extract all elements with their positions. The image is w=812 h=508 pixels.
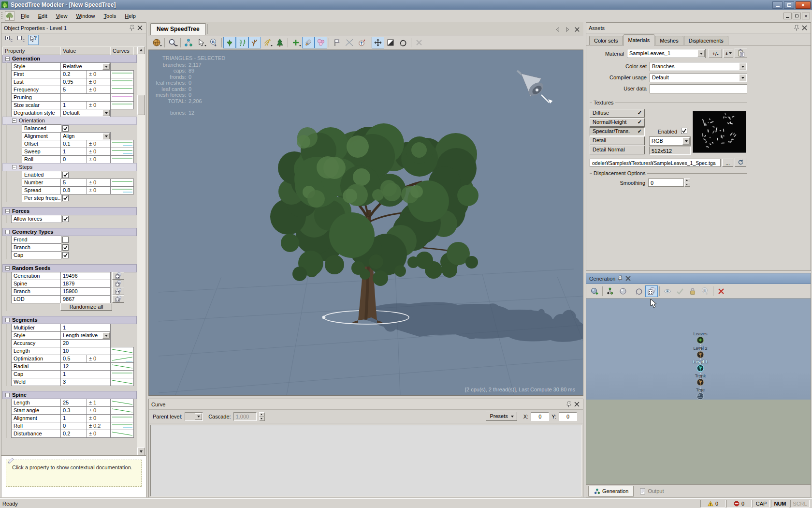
light-button[interactable] xyxy=(302,37,315,48)
value-cell[interactable]: 12 xyxy=(60,362,111,371)
tab-close-icon[interactable] xyxy=(574,26,580,33)
section-header-random-seeds[interactable]: Random Seeds xyxy=(2,264,137,272)
eye-button[interactable] xyxy=(661,285,674,297)
curve-cell[interactable] xyxy=(110,347,134,355)
variance-cell[interactable]: ± 0 xyxy=(87,179,111,187)
viewport-3d[interactable]: TRIANGLES - SELECTED branches:2,117caps:… xyxy=(148,50,583,396)
collapse-box-icon[interactable] xyxy=(5,266,10,270)
curve-cell[interactable] xyxy=(110,406,134,415)
material-select[interactable]: SampleLeaves_1 xyxy=(627,49,706,58)
value-cell[interactable]: 1 xyxy=(60,414,87,422)
value-cell[interactable]: 0.1 xyxy=(60,140,87,148)
paste-button[interactable] xyxy=(735,48,747,58)
branch-button[interactable] xyxy=(248,37,261,48)
variance-cell[interactable]: ± 0 xyxy=(87,155,111,164)
value-cell[interactable]: 0 xyxy=(60,422,87,430)
close-icon[interactable] xyxy=(573,401,580,408)
texture-map-detail-button[interactable]: Detail xyxy=(590,136,645,145)
variance-cell[interactable]: ± 0 xyxy=(87,406,111,415)
curve-cell[interactable] xyxy=(110,101,134,109)
nav-left-icon[interactable] xyxy=(554,26,561,33)
pin-icon[interactable] xyxy=(128,24,135,31)
texture-path-input[interactable]: odeler¥Samples¥Textures¥SampleLeaves_1_S… xyxy=(590,159,721,167)
smoothing-input[interactable]: 0 xyxy=(648,179,684,187)
value-checkbox[interactable] xyxy=(62,237,69,243)
texture-map-specular-trans--button[interactable]: Specular/Trans.✓ xyxy=(590,127,645,136)
user-data-input[interactable] xyxy=(650,84,747,93)
section-header-segments[interactable]: Segments xyxy=(2,316,137,324)
generation-node-view[interactable]: LeavesLevel 2Level 1TrunkTree xyxy=(586,299,811,484)
curve-cell[interactable] xyxy=(110,355,134,363)
magnifier-button[interactable] xyxy=(166,37,179,48)
variance-cell[interactable]: ± 0 xyxy=(87,148,111,156)
value-dropdown[interactable]: Length relative xyxy=(60,331,111,340)
section-header-forces[interactable]: Forces xyxy=(2,207,137,215)
errors-cell[interactable]: 0 xyxy=(726,500,752,508)
cursor-button[interactable] xyxy=(195,37,207,48)
add-material-button[interactable]: + xyxy=(724,49,733,58)
variance-cell[interactable]: ± 1 xyxy=(87,399,111,407)
close-icon[interactable] xyxy=(624,275,632,282)
collapse-box-icon[interactable] xyxy=(5,57,10,61)
curve-cell[interactable] xyxy=(110,140,134,148)
sphere-add-button[interactable] xyxy=(588,285,601,297)
scroll-down-icon[interactable] xyxy=(137,448,145,455)
value-checkbox[interactable] xyxy=(62,244,69,251)
context-help-button[interactable]: ? xyxy=(28,35,39,45)
seed-value[interactable]: 9867 xyxy=(60,295,111,303)
section-header-steps[interactable]: Steps xyxy=(2,163,137,171)
value-cell[interactable]: 10 xyxy=(60,347,111,355)
value-cell[interactable]: 0.2 xyxy=(60,70,87,78)
spheres-button[interactable] xyxy=(315,37,327,48)
chevron-down-icon[interactable] xyxy=(102,63,110,70)
flag-button[interactable] xyxy=(331,37,343,48)
delete-red-button[interactable] xyxy=(715,285,727,297)
texture-map-detail-normal-button[interactable]: Detail Normal xyxy=(590,146,645,154)
value-checkbox[interactable] xyxy=(62,195,69,201)
chevron-down-icon[interactable] xyxy=(682,137,690,145)
randomize-all-button[interactable]: Randomize all xyxy=(60,303,112,311)
mdi-minimize-button[interactable] xyxy=(783,13,792,19)
tab-new-speedtree[interactable]: New SpeedTree xyxy=(150,23,206,35)
seed-value[interactable]: 15900 xyxy=(60,287,111,296)
value-cell[interactable]: 5 xyxy=(60,179,87,187)
texture-map-normal-height-button[interactable]: Normal/Height✓ xyxy=(590,118,645,127)
value-checkbox[interactable] xyxy=(62,125,69,132)
curve-cell[interactable] xyxy=(110,414,134,422)
pin-icon[interactable] xyxy=(616,275,624,282)
curve-cell[interactable] xyxy=(110,399,134,407)
randomize-dice-button[interactable] xyxy=(112,280,124,287)
check-button[interactable] xyxy=(674,285,686,297)
value-cell[interactable]: 0.5 xyxy=(60,355,87,363)
compiler-usage-select[interactable]: Default xyxy=(650,73,747,82)
value-dropdown[interactable]: Align xyxy=(60,132,111,140)
chevron-down-icon[interactable] xyxy=(739,63,746,70)
curve-cell[interactable] xyxy=(110,186,134,194)
seed-value[interactable]: 19496 xyxy=(60,272,111,280)
collapse-box-icon[interactable] xyxy=(12,119,16,123)
assets-tab-displacements[interactable]: Displacements xyxy=(684,36,728,45)
randomize-dice-button[interactable] xyxy=(112,272,124,280)
curve-cell[interactable] xyxy=(110,86,134,94)
curve-cell[interactable] xyxy=(110,70,134,78)
pin-icon[interactable] xyxy=(793,24,800,31)
value-cell[interactable]: 1 xyxy=(60,101,87,109)
assets-tab-materials[interactable]: Materials xyxy=(624,34,655,45)
value-cell[interactable]: 1 xyxy=(60,324,111,332)
variance-cell[interactable]: ± 0 xyxy=(87,140,111,148)
gen-tab-output[interactable]: Output xyxy=(634,486,669,497)
curve-cell[interactable] xyxy=(110,148,134,156)
browse-button[interactable]: ... xyxy=(722,159,733,167)
value-cell[interactable] xyxy=(60,93,111,102)
menu-help[interactable]: Help xyxy=(120,11,140,21)
value-dropdown[interactable]: Relative xyxy=(60,62,111,71)
value-checkbox[interactable] xyxy=(62,252,69,258)
darts-button[interactable] xyxy=(343,37,356,48)
bone-add-button[interactable]: B xyxy=(699,285,711,297)
generation-node-tree[interactable]: Tree xyxy=(683,388,717,401)
collapse-box-icon[interactable] xyxy=(12,165,16,169)
presets-dropdown[interactable]: Presets xyxy=(486,412,517,421)
menu-edit[interactable]: Edit xyxy=(34,11,52,21)
forces-button[interactable] xyxy=(261,37,274,48)
value-dropdown[interactable]: Default xyxy=(60,109,111,117)
